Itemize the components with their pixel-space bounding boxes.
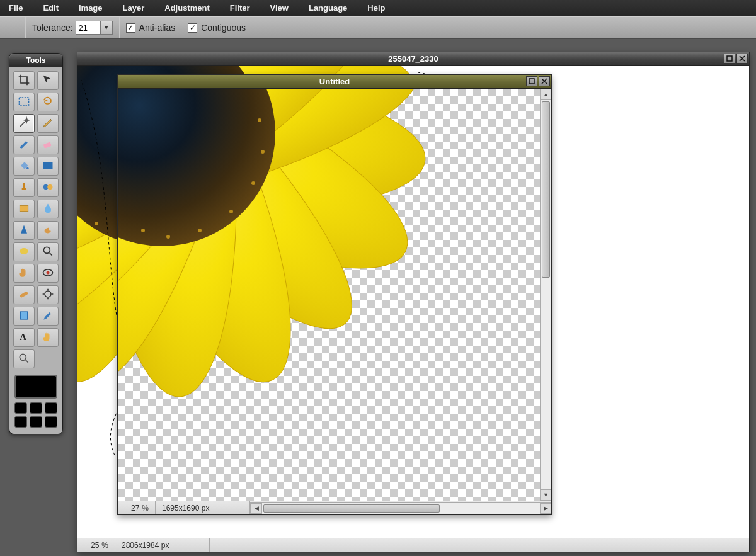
- tolerance-input[interactable]: [76, 21, 101, 35]
- svg-rect-6: [20, 205, 28, 212]
- menu-filter[interactable]: Filter: [220, 0, 260, 16]
- menu-language[interactable]: Language: [299, 0, 357, 16]
- window-close-button[interactable]: [539, 76, 550, 86]
- tool-brush[interactable]: [13, 135, 35, 154]
- magic-wand-icon: [18, 116, 30, 131]
- zoom-value-untitled[interactable]: 27: [131, 504, 139, 513]
- pencil-icon: [42, 116, 54, 131]
- zoom-icon: [42, 245, 54, 259]
- tool-lasso[interactable]: [37, 93, 59, 111]
- tool-redeye[interactable]: [37, 264, 59, 283]
- lasso-icon: [42, 95, 54, 110]
- tool-blur[interactable]: [37, 200, 59, 218]
- scroll-right-arrow[interactable]: ▶: [540, 503, 551, 514]
- window-title-main[interactable]: 255047_2330: [77, 52, 749, 66]
- menu-view[interactable]: View: [260, 0, 299, 16]
- stamp-icon: [18, 181, 30, 195]
- tool-move[interactable]: [37, 71, 59, 90]
- svg-point-5: [47, 184, 52, 189]
- svg-rect-1: [43, 142, 52, 148]
- svg-point-35: [94, 222, 98, 225]
- shape-icon: [18, 202, 30, 217]
- tool-smudge[interactable]: [37, 221, 59, 240]
- redeye-icon: [42, 266, 54, 281]
- canvas-untitled[interactable]: ▲ ▼: [118, 89, 551, 501]
- svg-rect-11: [20, 291, 28, 298]
- tool-color-replace[interactable]: [37, 178, 59, 197]
- menu-file[interactable]: File: [4, 0, 33, 16]
- tool-eraser[interactable]: [37, 135, 59, 154]
- tool-sharpen[interactable]: [13, 221, 35, 240]
- tool-text[interactable]: A: [13, 328, 35, 347]
- svg-point-54: [251, 181, 255, 185]
- tool-pencil[interactable]: [37, 114, 59, 133]
- svg-point-15: [20, 354, 26, 360]
- status-bar-main: 25 % 2806x1984 px: [77, 538, 749, 552]
- menu-layer[interactable]: Layer: [113, 0, 155, 16]
- eraser-icon: [42, 138, 54, 152]
- rect-select-icon: [18, 95, 30, 110]
- tool-fill-bucket[interactable]: [13, 157, 35, 176]
- tool-stamp[interactable]: [13, 178, 35, 197]
- smudge-icon: [42, 224, 54, 238]
- tool-shape[interactable]: [13, 200, 35, 218]
- window-title-text: 255047_2330: [388, 54, 438, 64]
- tool-rect-select[interactable]: [13, 93, 35, 111]
- svg-text:A: A: [20, 332, 26, 342]
- tool-sponge[interactable]: [13, 242, 35, 261]
- dimensions-untitled: 1695x1690 px: [156, 501, 250, 514]
- tool-eyedropper[interactable]: [37, 307, 59, 326]
- hand-icon: [18, 266, 30, 281]
- tolerance-label: Tolerance:: [32, 23, 73, 33]
- scroll-down-arrow[interactable]: ▼: [541, 489, 551, 501]
- antialias-checkbox[interactable]: ✓: [126, 23, 135, 33]
- window-close-button[interactable]: [736, 54, 748, 64]
- tool-zoom[interactable]: [37, 242, 59, 261]
- tool-options-bar: Tolerance: ▼ ✓ Anti-alias ✓ Contiguous: [0, 16, 756, 39]
- tools-panel-title: Tools: [9, 54, 62, 67]
- tool-hand[interactable]: [13, 264, 35, 283]
- scroll-left-arrow[interactable]: ◀: [251, 503, 262, 514]
- zoom-unit: %: [101, 541, 108, 550]
- gradient-icon: [42, 159, 54, 174]
- image-content-untitled: [118, 89, 541, 501]
- antialias-label: Anti-alias: [139, 23, 176, 33]
- foreground-color-swatch[interactable]: [14, 375, 57, 399]
- scroll-up-arrow[interactable]: ▲: [541, 89, 551, 100]
- tool-heal[interactable]: [13, 285, 35, 304]
- contiguous-checkbox[interactable]: ✓: [188, 23, 197, 33]
- sharpen-icon: [18, 224, 30, 238]
- svg-point-52: [198, 229, 202, 232]
- tool-magic-wand[interactable]: [13, 114, 35, 133]
- window-title-text: Untitled: [319, 77, 350, 86]
- svg-point-7: [20, 248, 28, 254]
- tool-dodge[interactable]: [37, 285, 59, 304]
- window-title-untitled[interactable]: Untitled: [118, 75, 551, 89]
- dodge-icon: [42, 288, 54, 302]
- window-maximize-button[interactable]: [526, 76, 537, 86]
- menu-adjustment[interactable]: Adjustment: [154, 0, 220, 16]
- scroll-thumb-horizontal[interactable]: [263, 504, 440, 513]
- zoom-value-main[interactable]: 25: [91, 541, 99, 550]
- eyedropper-icon: [42, 309, 54, 324]
- tool-crop[interactable]: [13, 71, 35, 90]
- tolerance-stepper[interactable]: ▼: [100, 21, 113, 35]
- window-maximize-button[interactable]: [724, 54, 735, 64]
- horizontal-scrollbar[interactable]: ◀ ▶: [250, 502, 551, 514]
- svg-rect-0: [20, 98, 29, 105]
- color-history[interactable]: [14, 402, 57, 428]
- menu-edit[interactable]: Edit: [33, 0, 69, 16]
- tool-magnify[interactable]: [13, 349, 35, 368]
- menu-image[interactable]: Image: [69, 0, 113, 16]
- tool-gradient[interactable]: [37, 157, 59, 176]
- current-tool-indicator: [0, 17, 25, 38]
- tool-transform[interactable]: [13, 307, 35, 326]
- menu-help[interactable]: Help: [357, 0, 395, 16]
- svg-point-10: [47, 271, 50, 274]
- scroll-thumb-vertical[interactable]: [542, 101, 550, 278]
- fill-bucket-icon: [18, 159, 30, 174]
- brush-icon: [18, 138, 30, 152]
- vertical-scrollbar[interactable]: ▲ ▼: [540, 89, 551, 501]
- tool-pan-hand[interactable]: [37, 328, 59, 347]
- svg-rect-3: [43, 162, 53, 169]
